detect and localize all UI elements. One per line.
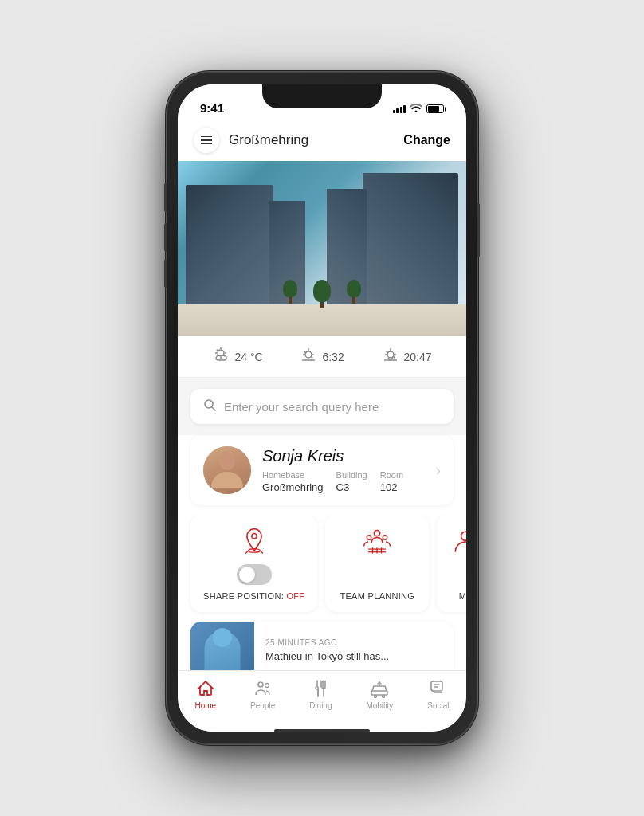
svg-point-29 bbox=[375, 530, 380, 536]
svg-point-39 bbox=[265, 684, 269, 688]
map-pin-icon bbox=[238, 526, 270, 558]
social-tab-label: Social bbox=[427, 701, 449, 710]
building-right bbox=[363, 173, 458, 312]
svg-line-12 bbox=[312, 356, 313, 358]
battery-icon bbox=[426, 104, 444, 113]
room-value: 102 bbox=[380, 481, 403, 493]
location-label: Großmehring bbox=[229, 132, 308, 148]
app-content: Großmehring Change bbox=[178, 120, 466, 670]
tab-dining[interactable]: Dining bbox=[300, 677, 341, 712]
team-planning-label: TEAM PLANNING bbox=[340, 591, 414, 601]
svg-point-46 bbox=[383, 696, 385, 698]
tab-people[interactable]: People bbox=[241, 677, 285, 712]
dining-tab-label: Dining bbox=[309, 701, 332, 710]
sunset-icon bbox=[382, 347, 399, 366]
menu-button[interactable] bbox=[194, 128, 219, 153]
mobility-tab-label: Mobility bbox=[366, 701, 393, 710]
signal-icon bbox=[393, 105, 406, 113]
home-tab-icon bbox=[196, 679, 215, 698]
svg-line-22 bbox=[212, 407, 215, 410]
dining-tab-icon bbox=[311, 679, 330, 698]
svg-point-30 bbox=[367, 536, 371, 539]
tab-home[interactable]: Home bbox=[185, 677, 226, 712]
status-icons bbox=[393, 103, 445, 115]
building-left bbox=[186, 185, 273, 312]
phone-screen: 9:41 bbox=[178, 84, 466, 732]
news-image bbox=[190, 622, 254, 670]
building-label: Building bbox=[336, 470, 367, 480]
tab-mobility[interactable]: Mobility bbox=[356, 677, 402, 712]
sunrise-icon bbox=[300, 347, 317, 366]
weather-sunrise: 6:32 bbox=[300, 347, 344, 366]
svg-point-38 bbox=[258, 682, 263, 687]
temperature-value: 24 °C bbox=[234, 351, 262, 363]
svg-line-11 bbox=[304, 351, 306, 353]
weather-sunset: 20:47 bbox=[382, 347, 432, 366]
news-card[interactable]: 25 MINUTES AGO Mathieu in Tokyo still ha… bbox=[190, 622, 454, 670]
hamburger-icon bbox=[201, 136, 212, 145]
share-position-card[interactable]: SHARE POSITION: OFF bbox=[190, 515, 317, 612]
sunrise-value: 6:32 bbox=[322, 351, 344, 363]
svg-point-25 bbox=[251, 534, 256, 539]
sunset-value: 20:47 bbox=[404, 351, 432, 363]
profile-info: Sonja Kreis Homebase Großmehring Buildin… bbox=[262, 447, 425, 493]
people-tab-icon bbox=[253, 679, 273, 698]
svg-line-18 bbox=[386, 351, 387, 353]
svg-line-28 bbox=[260, 551, 263, 554]
action-cards: SHARE POSITION: OFF bbox=[178, 515, 466, 622]
weather-temperature: 24 °C bbox=[212, 347, 262, 366]
wifi-icon bbox=[410, 103, 422, 115]
news-content: 25 MINUTES AGO Mathieu in Tokyo still ha… bbox=[254, 622, 400, 670]
team-planning-card[interactable]: TEAM PLANNING bbox=[325, 515, 429, 612]
home-indicator bbox=[178, 728, 466, 732]
share-position-label: SHARE POSITION: OFF bbox=[203, 591, 304, 601]
news-time: 25 MINUTES AGO bbox=[265, 638, 389, 647]
my-icon bbox=[450, 526, 466, 558]
avatar bbox=[203, 446, 251, 494]
svg-point-37 bbox=[461, 532, 466, 540]
mobility-tab-icon bbox=[370, 679, 389, 698]
tab-social[interactable]: Social bbox=[418, 677, 458, 712]
app-header: Großmehring Change bbox=[178, 120, 466, 161]
search-section: Enter your search query here bbox=[178, 378, 466, 435]
cloud-sun-icon bbox=[212, 347, 230, 366]
news-section: 25 MINUTES AGO Mathieu in Tokyo still ha… bbox=[178, 622, 466, 670]
status-time: 9:41 bbox=[200, 101, 224, 115]
svg-rect-44 bbox=[371, 691, 387, 695]
change-button[interactable]: Change bbox=[403, 133, 450, 147]
team-planning-icon bbox=[361, 526, 393, 558]
profile-name: Sonja Kreis bbox=[262, 447, 425, 465]
news-text: Mathieu in Tokyo still has... bbox=[265, 650, 389, 662]
ground bbox=[178, 304, 466, 336]
social-tab-icon bbox=[429, 679, 448, 698]
profile-card[interactable]: Sonja Kreis Homebase Großmehring Buildin… bbox=[190, 435, 454, 505]
room-detail: Room 102 bbox=[380, 470, 403, 493]
my-label: MY bbox=[459, 591, 466, 601]
svg-line-27 bbox=[245, 551, 249, 554]
weather-bar: 24 °C 6:32 bbox=[178, 336, 466, 378]
svg-point-24 bbox=[220, 452, 234, 468]
people-tab-label: People bbox=[250, 701, 275, 710]
homebase-detail: Homebase Großmehring bbox=[262, 470, 324, 493]
svg-point-31 bbox=[383, 536, 387, 539]
trees bbox=[283, 280, 361, 308]
svg-line-19 bbox=[393, 356, 395, 358]
svg-line-5 bbox=[217, 350, 218, 351]
homebase-label: Homebase bbox=[262, 470, 324, 480]
my-card[interactable]: MY bbox=[437, 515, 466, 612]
hero-image bbox=[178, 161, 466, 336]
svg-rect-50 bbox=[431, 681, 442, 691]
notch bbox=[262, 84, 382, 108]
profile-details: Homebase Großmehring Building C3 Room 10… bbox=[262, 470, 425, 493]
profile-chevron-icon: › bbox=[436, 462, 441, 479]
search-box[interactable]: Enter your search query here bbox=[190, 389, 454, 424]
homebase-value: Großmehring bbox=[262, 481, 324, 493]
phone-frame: 9:41 bbox=[167, 72, 477, 744]
svg-point-45 bbox=[375, 696, 377, 698]
building-detail: Building C3 bbox=[336, 470, 367, 493]
building-value: C3 bbox=[336, 481, 367, 493]
share-position-toggle[interactable] bbox=[237, 564, 272, 585]
search-icon bbox=[203, 398, 216, 414]
search-placeholder: Enter your search query here bbox=[224, 400, 379, 414]
tab-bar: Home People bbox=[178, 670, 466, 728]
